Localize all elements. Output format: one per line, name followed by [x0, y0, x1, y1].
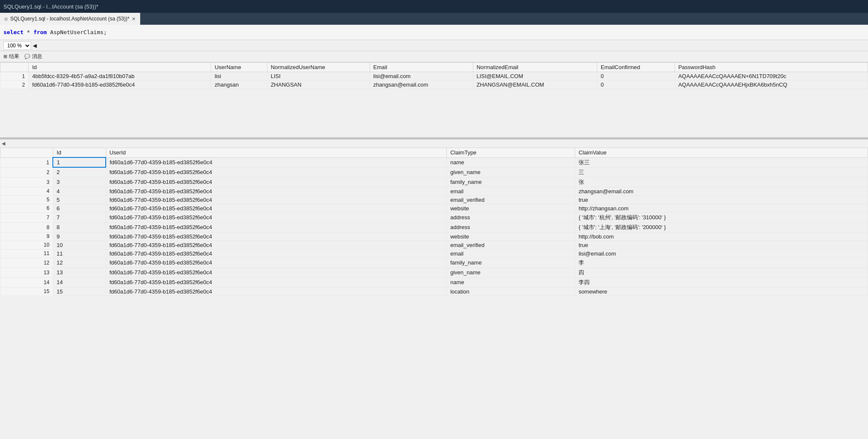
cell-id: 15: [53, 287, 106, 296]
keyword-from: from: [33, 29, 46, 35]
row-number: 12: [0, 258, 53, 267]
zoom-scroll-left[interactable]: ◀: [33, 43, 37, 49]
cell-id: 2: [53, 167, 106, 177]
cell-claimtype: family_name: [447, 258, 575, 267]
tab-messages[interactable]: 💬 消息: [24, 52, 42, 61]
table-row[interactable]: 4 4 fd60a1d6-77d0-4359-b185-ed3852f6e0c4…: [0, 187, 868, 195]
tab-results-label: 结果: [9, 53, 19, 60]
zoom-bar: 100 % 75 % 150 % ◀: [0, 40, 868, 51]
cell-id: 11: [53, 249, 106, 258]
col-normalizedemail: NormalizedEmail: [473, 63, 597, 72]
cell-claimtype: email_verified: [447, 241, 575, 249]
cell-claimvalue: true: [575, 241, 868, 249]
table-row[interactable]: 2 2 fd60a1d6-77d0-4359-b185-ed3852f6e0c4…: [0, 167, 868, 177]
table-row[interactable]: 10 10 fd60a1d6-77d0-4359-b185-ed3852f6e0…: [0, 241, 868, 249]
col-userid: UserId: [106, 148, 447, 158]
cell-userid: fd60a1d6-77d0-4359-b185-ed3852f6e0c4: [106, 232, 447, 241]
cell-claimvalue: lisi@email.com: [575, 249, 868, 258]
col-claimtype: ClaimType: [447, 148, 575, 158]
tab-results[interactable]: ⊞ 结果: [3, 52, 19, 61]
cell-id: 12: [53, 258, 106, 267]
row-number: 2: [0, 167, 53, 177]
cell-id: 10: [53, 241, 106, 249]
col-id-1: Id: [29, 63, 211, 72]
result-panel-2[interactable]: Id UserId ClaimType ClaimValue 1 1 fd60a…: [0, 148, 868, 439]
cell-claimtype: given_name: [447, 267, 575, 277]
close-icon[interactable]: ✕: [132, 16, 136, 22]
cell-claimvalue: 张三: [575, 157, 868, 167]
cell-claimvalue: somewhere: [575, 287, 868, 296]
query-semicolon: ;: [104, 29, 107, 35]
cell-claimvalue: 张: [575, 177, 868, 187]
table-row[interactable]: 3 3 fd60a1d6-77d0-4359-b185-ed3852f6e0c4…: [0, 177, 868, 187]
result-panel-1[interactable]: Id UserName NormalizedUserName Email Nor…: [0, 62, 868, 139]
cell-id: 14: [53, 277, 106, 287]
row-number: 11: [0, 249, 53, 258]
cell-email: lisi@email.com: [370, 72, 473, 81]
col-passwordhash: PasswordHash: [674, 63, 868, 72]
col-rownum-1: [0, 63, 29, 72]
zoom-select[interactable]: 100 % 75 % 150 %: [3, 41, 31, 50]
cell-userid: fd60a1d6-77d0-4359-b185-ed3852f6e0c4: [106, 157, 447, 167]
tab-label: SQLQuery1.sql - localhost.AspNetAccount …: [10, 16, 129, 22]
row-number: 7: [0, 212, 53, 222]
row-number: 6: [0, 204, 53, 212]
cell-id: 6: [53, 204, 106, 212]
tab-messages-label: 消息: [32, 53, 42, 60]
table-row[interactable]: 9 9 fd60a1d6-77d0-4359-b185-ed3852f6e0c4…: [0, 232, 868, 241]
cell-userid: fd60a1d6-77d0-4359-b185-ed3852f6e0c4: [106, 167, 447, 177]
cell-claimtype: location: [447, 287, 575, 296]
table-row[interactable]: 8 8 fd60a1d6-77d0-4359-b185-ed3852f6e0c4…: [0, 222, 868, 232]
query-editor: select * from AspNetUserClaims;: [0, 25, 868, 40]
table-row[interactable]: 2 fd60a1d6-77d0-4359-b185-ed3852f6e0c4 z…: [0, 81, 868, 89]
table-row[interactable]: 14 14 fd60a1d6-77d0-4359-b185-ed3852f6e0…: [0, 277, 868, 287]
cell-claimvalue: 三: [575, 167, 868, 177]
cell-claimvalue: { '城市': '杭州', '邮政编码': '310000' }: [575, 212, 868, 222]
row-number: 1: [0, 157, 53, 167]
cell-id: 9: [53, 232, 106, 241]
scroll-left-indicator: ◀: [2, 141, 5, 146]
table-row[interactable]: 15 15 fd60a1d6-77d0-4359-b185-ed3852f6e0…: [0, 287, 868, 296]
cell-userid: fd60a1d6-77d0-4359-b185-ed3852f6e0c4: [106, 187, 447, 195]
cell-claimvalue: http://bob.com: [575, 232, 868, 241]
cell-claimtype: email: [447, 187, 575, 195]
cell-claimtype: address: [447, 212, 575, 222]
cell-claimvalue: http://zhangsan.com: [575, 204, 868, 212]
table-row[interactable]: 7 7 fd60a1d6-77d0-4359-b185-ed3852f6e0c4…: [0, 212, 868, 222]
scroll-indicator-1[interactable]: ◀: [0, 139, 868, 148]
cell-userid: fd60a1d6-77d0-4359-b185-ed3852f6e0c4: [106, 267, 447, 277]
grid-icon: ⊞: [3, 54, 7, 59]
table-row[interactable]: 11 11 fd60a1d6-77d0-4359-b185-ed3852f6e0…: [0, 249, 868, 258]
active-tab[interactable]: ⊞ SQLQuery1.sql - localhost.AspNetAccoun…: [0, 13, 140, 25]
cell-claimvalue: 李: [575, 258, 868, 267]
main-content: Id UserName NormalizedUserName Email Nor…: [0, 62, 868, 439]
table-row[interactable]: 13 13 fd60a1d6-77d0-4359-b185-ed3852f6e0…: [0, 267, 868, 277]
cell-claimvalue: true: [575, 195, 868, 204]
cell-userid: fd60a1d6-77d0-4359-b185-ed3852f6e0c4: [106, 287, 447, 296]
cell-claimvalue: 李四: [575, 277, 868, 287]
results-tabs-bar: ⊞ 结果 💬 消息: [0, 51, 868, 62]
table-row[interactable]: 12 12 fd60a1d6-77d0-4359-b185-ed3852f6e0…: [0, 258, 868, 267]
cell-claimtype: name: [447, 157, 575, 167]
keyword-select: select: [3, 29, 23, 35]
row-number: 3: [0, 177, 53, 187]
col-normalizedusername: NormalizedUserName: [267, 63, 370, 72]
cell-passwordhash: AQAAAAEAACcQAAAAEHjxBKA6bxh5nCQ: [674, 81, 868, 89]
query-line: select * from AspNetUserClaims;: [3, 29, 107, 35]
cell-username: zhangsan: [211, 81, 267, 89]
cell-id: 3: [53, 177, 106, 187]
cell-claimvalue: { '城市': '上海', '邮政编码': '200000' }: [575, 222, 868, 232]
cell-claimtype: address: [447, 222, 575, 232]
cell-id: 4: [53, 187, 106, 195]
tab-bar: ⊞ SQLQuery1.sql - localhost.AspNetAccoun…: [0, 13, 868, 25]
cell-username: lisi: [211, 72, 267, 81]
cell-claimtype: email_verified: [447, 195, 575, 204]
cell-userid: fd60a1d6-77d0-4359-b185-ed3852f6e0c4: [106, 204, 447, 212]
table-row[interactable]: 6 6 fd60a1d6-77d0-4359-b185-ed3852f6e0c4…: [0, 204, 868, 212]
cell-claimtype: website: [447, 232, 575, 241]
table-row[interactable]: 1 4bb5fdcc-8329-4b57-a9a2-da1f810b07ab l…: [0, 72, 868, 81]
table-row[interactable]: 5 5 fd60a1d6-77d0-4359-b185-ed3852f6e0c4…: [0, 195, 868, 204]
cell-claimvalue: zhangsan@email.com: [575, 187, 868, 195]
table2: Id UserId ClaimType ClaimValue 1 1 fd60a…: [0, 148, 868, 296]
table-row[interactable]: 1 1 fd60a1d6-77d0-4359-b185-ed3852f6e0c4…: [0, 157, 868, 167]
